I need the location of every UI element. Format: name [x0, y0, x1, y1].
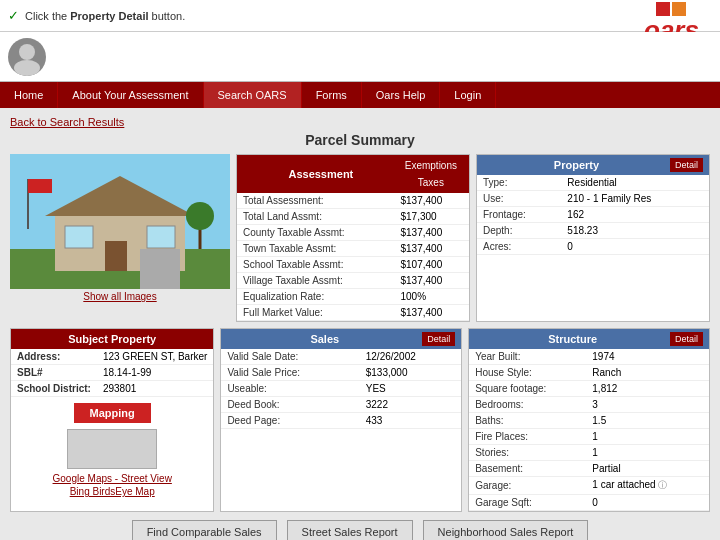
taxes-button[interactable]: Taxes — [399, 175, 463, 190]
sales-table: Valid Sale Date:12/26/2002Valid Sale Pri… — [221, 349, 461, 429]
property-label: Type: — [477, 175, 561, 191]
mapping-button[interactable]: Mapping — [74, 403, 151, 423]
structure-row: Garage:1 car attached ⓘ — [469, 477, 709, 495]
bing-birds-link[interactable]: Bing BirdsEye Map — [70, 486, 155, 497]
structure-label: Basement: — [469, 461, 586, 477]
exemptions-button[interactable]: Exemptions — [399, 158, 463, 173]
assessment-label: School Taxable Assmt: — [237, 257, 394, 273]
nav-home[interactable]: Home — [0, 82, 58, 108]
structure-value: 1 — [586, 429, 709, 445]
property-header-label: Property — [483, 159, 670, 171]
nav-login[interactable]: Login — [440, 82, 496, 108]
site-logo — [8, 38, 46, 76]
find-comparable-sales-button[interactable]: Find Comparable Sales — [132, 520, 277, 540]
structure-value: Ranch — [586, 365, 709, 381]
neighborhood-sales-report-button[interactable]: Neighborhood Sales Report — [423, 520, 589, 540]
property-label: Use: — [477, 191, 561, 207]
subject-row: SBL#18.14-1-99 — [11, 365, 213, 381]
structure-label: House Style: — [469, 365, 586, 381]
structure-value: 1.5 — [586, 413, 709, 429]
structure-label: Baths: — [469, 413, 586, 429]
assessment-value: $137,400 — [394, 193, 469, 209]
structure-row: Basement:Partial — [469, 461, 709, 477]
assessment-row: School Taxable Assmt:$107,400 — [237, 257, 469, 273]
assessment-value: $137,400 — [394, 305, 469, 321]
structure-value: 1,812 — [586, 381, 709, 397]
svg-rect-10 — [28, 179, 52, 193]
assessment-value: $137,400 — [394, 241, 469, 257]
sales-row: Valid Sale Date:12/26/2002 — [221, 349, 461, 365]
subject-row: Address:123 GREEN ST, Barker — [11, 349, 213, 365]
logo-svg — [8, 38, 46, 76]
subject-label: Address: — [11, 349, 97, 365]
garage-info-icon[interactable]: ⓘ — [658, 480, 667, 490]
property-value: 162 — [561, 207, 709, 223]
main-content: Back to Search Results Parcel Summary — [0, 108, 720, 540]
subject-header: Subject Property — [11, 329, 213, 349]
nav-oars-help[interactable]: Oars Help — [362, 82, 441, 108]
image-column: Show all Images — [10, 154, 230, 322]
structure-row: Baths:1.5 — [469, 413, 709, 429]
structure-value: 0 — [586, 495, 709, 511]
assessment-label: Equalization Rate: — [237, 289, 394, 305]
structure-row: House Style:Ranch — [469, 365, 709, 381]
property-value: 518.23 — [561, 223, 709, 239]
assessment-value: $137,400 — [394, 273, 469, 289]
bottom-bar: Find Comparable Sales Street Sales Repor… — [10, 512, 710, 540]
property-value: 0 — [561, 239, 709, 255]
sales-header-row: Sales Detail — [221, 329, 461, 349]
assessment-header-label: Assessment — [243, 168, 399, 180]
map-placeholder — [67, 429, 157, 469]
structure-row: Bedrooms:3 — [469, 397, 709, 413]
assessment-value: $107,400 — [394, 257, 469, 273]
sales-detail-button[interactable]: Detail — [422, 332, 455, 346]
sales-label: Valid Sale Price: — [221, 365, 359, 381]
assessment-label: County Taxable Assmt: — [237, 225, 394, 241]
sales-row: Valid Sale Price:$133,000 — [221, 365, 461, 381]
logo-sq-orange — [672, 2, 686, 16]
property-label: Frontage: — [477, 207, 561, 223]
property-panel: Property Detail Type:ResidentialUse:210 … — [476, 154, 710, 322]
nav-about[interactable]: About Your Assessment — [58, 82, 203, 108]
nav-bar: Home About Your Assessment Search OARS F… — [0, 82, 720, 108]
structure-label: Bedrooms: — [469, 397, 586, 413]
nav-forms[interactable]: Forms — [302, 82, 362, 108]
assessment-label: Total Assessment: — [237, 193, 394, 209]
property-label: Depth: — [477, 223, 561, 239]
logo-sq-red — [656, 2, 670, 16]
svg-rect-6 — [105, 241, 127, 271]
street-sales-report-button[interactable]: Street Sales Report — [287, 520, 413, 540]
assessment-panel: Assessment Exemptions Taxes Total Assess… — [236, 154, 470, 322]
show-all-images-link[interactable]: Show all Images — [10, 289, 230, 304]
logo-bar — [0, 32, 720, 82]
svg-point-1 — [14, 60, 40, 76]
back-to-search-link[interactable]: Back to Search Results — [10, 116, 124, 128]
checkmark-icon: ✓ — [8, 8, 19, 23]
assessment-label: Full Market Value: — [237, 305, 394, 321]
structure-label: Garage Sqft: — [469, 495, 586, 511]
structure-label: Stories: — [469, 445, 586, 461]
house-image-bg — [10, 154, 230, 289]
sales-value: YES — [360, 381, 461, 397]
assessment-row: Village Taxable Assmt:$137,400 — [237, 273, 469, 289]
property-row: Frontage:162 — [477, 207, 709, 223]
structure-row: Square footage:1,812 — [469, 381, 709, 397]
sales-header-label: Sales — [227, 333, 422, 345]
assessment-row: Town Taxable Assmt:$137,400 — [237, 241, 469, 257]
property-detail-button[interactable]: Detail — [670, 158, 703, 172]
property-row: Depth:518.23 — [477, 223, 709, 239]
structure-value: Partial — [586, 461, 709, 477]
svg-point-13 — [186, 202, 214, 230]
structure-value: 3 — [586, 397, 709, 413]
house-svg — [10, 154, 230, 289]
assessment-label: Total Land Assmt: — [237, 209, 394, 225]
assessment-row: Equalization Rate:100% — [237, 289, 469, 305]
sales-label: Deed Book: — [221, 397, 359, 413]
structure-detail-button[interactable]: Detail — [670, 332, 703, 346]
assessment-row: Total Assessment:$137,400 — [237, 193, 469, 209]
property-row: Use:210 - 1 Family Res — [477, 191, 709, 207]
property-row: Acres:0 — [477, 239, 709, 255]
google-maps-link[interactable]: Google Maps - Street View — [53, 473, 172, 484]
assessment-buttons: Exemptions Taxes — [399, 158, 463, 190]
nav-search-oars[interactable]: Search OARS — [204, 82, 302, 108]
